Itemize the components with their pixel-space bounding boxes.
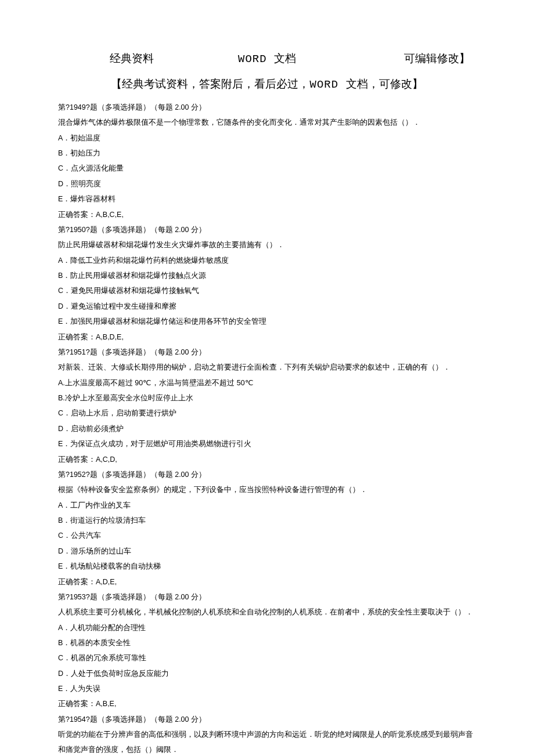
question-block: 第?1951?题（多项选择题）（每题 2.00 分）对新装、迁装、大修或长期停用…	[58, 345, 476, 466]
question-header: 第?1953?题（多项选择题）（每题 2.00 分）	[58, 589, 476, 604]
question-option: B．初始压力	[58, 146, 476, 160]
subtitle-prefix: 【经典考试资料，答案附后，看后必过，	[111, 78, 309, 90]
question-option: A．工厂内作业的叉车	[58, 498, 476, 512]
header-left-text: 经典资料	[64, 51, 199, 66]
header-mid-text: WORD 文档	[199, 51, 334, 66]
page-header: 经典资料 WORD 文档 可编辑修改】	[58, 51, 476, 66]
question-block: 第?1950?题（多项选择题）（每题 2.00 分）防止民用爆破器材和烟花爆竹发…	[58, 222, 476, 344]
question-option: A．人机功能分配的合理性	[58, 620, 476, 635]
question-stem: 防止民用爆破器材和烟花爆竹发生火灾爆炸事故的主要措施有（）．	[58, 237, 476, 252]
question-block: 第?1953?题（多项选择题）（每题 2.00 分）人机系统主要可分机械化，半机…	[58, 589, 476, 711]
question-option: E．人为失误	[58, 681, 476, 696]
header-right-text: 可编辑修改】	[335, 51, 470, 66]
question-option: B．机器的本质安全性	[58, 635, 476, 650]
question-option: B．防止民用爆破器材和烟花爆竹接触点火源	[58, 268, 476, 283]
question-option: E．加强民用爆破器材和烟花爆竹储运和使用各环节的安全管理	[58, 314, 476, 328]
question-header: 第?1954?题（多项选择题）（每题 2.00 分）	[58, 712, 476, 726]
question-answer: 正确答案：A,B,D,E,	[58, 330, 476, 344]
question-block: 第?1949?题（多项选择题）（每题 2.00 分）混合爆炸气体的爆炸极限值不是…	[58, 100, 476, 222]
subtitle-suffix: 文档，可修改】	[346, 78, 423, 90]
question-header: 第?1950?题（多项选择题）（每题 2.00 分）	[58, 222, 476, 237]
question-header: 第?1949?题（多项选择题）（每题 2.00 分）	[58, 100, 476, 114]
questions-container: 第?1949?题（多项选择题）（每题 2.00 分）混合爆炸气体的爆炸极限值不是…	[58, 100, 476, 756]
question-option: C．启动上水后，启动前要进行烘炉	[58, 406, 476, 420]
question-header: 第?1951?题（多项选择题）（每题 2.00 分）	[58, 345, 476, 359]
question-option: E．爆炸容器材料	[58, 191, 476, 206]
page-subtitle: 【经典考试资料，答案附后，看后必过，WORD 文档，可修改】	[58, 77, 476, 92]
question-option: D．避免运输过程中发生碰撞和摩擦	[58, 299, 476, 313]
question-option: D．人处于低负荷时应急反应能力	[58, 666, 476, 681]
question-stem: 根据《特种设备安全监察条例》的规定，下列设备中，应当按照特种设备进行管理的有（）…	[58, 482, 476, 497]
question-header: 第?1952?题（多项选择题）（每题 2.00 分）	[58, 467, 476, 482]
question-option: D．游乐场所的过山车	[58, 544, 476, 558]
question-stem: 听觉的功能在于分辨声音的高低和强弱，以及判断环境中声源的方向和远近．听觉的绝对阈…	[58, 727, 476, 756]
question-block: 第?1954?题（多项选择题）（每题 2.00 分）听觉的功能在于分辨声音的高低…	[58, 712, 476, 756]
question-option: A．降低工业炸药和烟花爆竹药料的燃烧爆炸敏感度	[58, 253, 476, 267]
question-answer: 正确答案：A,C,D,	[58, 452, 476, 466]
question-answer: 正确答案：A,B,E,	[58, 696, 476, 711]
question-stem: 混合爆炸气体的爆炸极限值不是一个物理常数，它随条件的变化而变化．通常对其产生影响…	[58, 115, 476, 129]
question-block: 第?1952?题（多项选择题）（每题 2.00 分）根据《特种设备安全监察条例》…	[58, 467, 476, 589]
question-option: C．机器的冗余系统可靠性	[58, 650, 476, 665]
question-option: B.冷炉上水至最高安全水位时应停止上水	[58, 390, 476, 405]
question-option: A.上水温度最高不超过 90℃，水温与筒壁温差不超过 50℃	[58, 375, 476, 390]
question-option: E．机场航站楼载客的自动扶梯	[58, 559, 476, 573]
question-option: C．公共汽车	[58, 528, 476, 542]
question-option: C．点火源活化能量	[58, 161, 476, 175]
question-stem: 人机系统主要可分机械化，半机械化控制的人机系统和全自动化控制的人机系统．在前者中…	[58, 605, 476, 619]
subtitle-mono: WORD	[309, 78, 345, 91]
question-option: A．初始温度	[58, 131, 476, 145]
question-option: B．街道运行的垃圾清扫车	[58, 513, 476, 527]
question-option: D．照明亮度	[58, 176, 476, 191]
question-option: C．避免民用爆破器材和烟花爆竹接触氧气	[58, 283, 476, 298]
question-answer: 正确答案：A,D,E,	[58, 574, 476, 589]
question-option: E．为保证点火成功，对于层燃炉可用油类易燃物进行引火	[58, 436, 476, 451]
question-stem: 对新装、迁装、大修或长期停用的锅炉，启动之前要进行全面检查．下列有关锅炉启动要求…	[58, 360, 476, 374]
question-answer: 正确答案：A,B,C,E,	[58, 207, 476, 222]
question-option: D．启动前必须煮炉	[58, 421, 476, 436]
